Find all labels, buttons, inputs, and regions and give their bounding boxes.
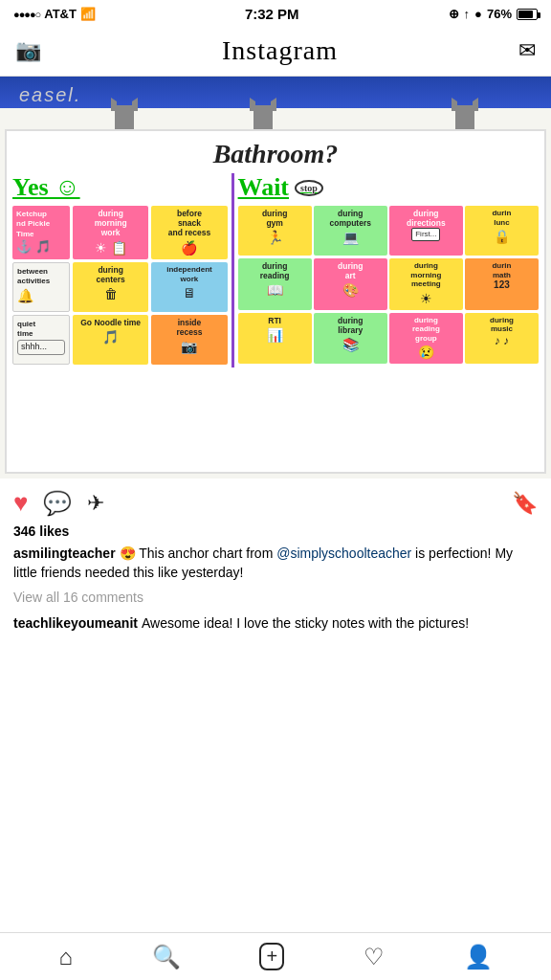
caption: asmilingteacher😍 This anchor chart from … [0,545,551,588]
post-image: easel. Bathroom? Yes ☺ Ketchupnd Pick [0,77,551,479]
sticky-gym: duringgym 🏃 [238,206,312,256]
battery-percent: 76% [487,7,512,21]
add-post-button[interactable]: + [259,943,284,970]
sticky-library: duringlibrary 📚 [314,313,387,365]
wait-header: Wait stop [238,173,539,202]
main-content: easel. Bathroom? Yes ☺ Ketchupnd Pick [0,77,551,699]
comment-username[interactable]: teachlikeyoumeanit [13,615,138,631]
sticky-independent-work: independentwork 🖥 [151,262,227,312]
two-columns: Yes ☺ Ketchupnd PickleTime ⚓ 🎵 duringmor… [12,173,539,368]
app-header: 📷 Instagram ✉ [0,28,551,77]
status-right: ⊕ ↑ ● 76% [449,7,538,21]
quiet-time: quiettime shhh... [12,315,70,365]
wait-column: Wait stop duringgym 🏃 duringcomputers [234,173,539,368]
ketchup-item: Ketchupnd PickleTime ⚓ 🎵 [12,206,70,259]
wifi-icon: 📶 [80,7,96,21]
mention-link[interactable]: @simplyschoolteacher [276,546,411,561]
sticky-rti: RTI 📊 [238,313,312,365]
carrier-label: AT&T [44,7,77,21]
sticky-morning-work: duringmorningwork ☀ 📋 [73,206,148,259]
comment-item: teachlikeyoumeanitAwesome idea! I love t… [0,612,551,641]
board-title: Bathroom? [12,139,539,169]
camera-icon[interactable]: 📷 [15,38,41,63]
sticky-before-snack: beforesnackand recess 🍎 [151,206,227,259]
sticky-inside-recess: insiderecess 📷 [151,315,227,365]
location-icon: ⊕ [449,7,459,21]
status-time: 7:32 PM [245,6,299,22]
app-title: Instagram [222,35,338,66]
bookmark-button[interactable]: 🔖 [512,491,538,516]
bottom-nav: ⌂ 🔍 + ♡ 👤 [0,932,551,980]
between-activities: betweenactivities 🔔 [12,262,70,312]
stop-badge: stop [295,180,323,196]
status-left: ●●●●○ AT&T 📶 [13,7,96,21]
sticky-music: duringmusic ♪ ♪ [465,313,539,365]
activity-nav-button[interactable]: ♡ [364,944,385,970]
sticky-math: durinmath 123 [465,258,539,310]
share-button[interactable]: ✈ [87,491,104,516]
upload-icon: ↑ [464,7,471,21]
sticky-lunch: durinlunc 🔒 [465,206,539,256]
easel-label: easel. [19,84,81,106]
search-nav-button[interactable]: 🔍 [152,944,181,970]
sticky-morning-meeting: duringmorningmeeting ☀ [389,258,463,310]
likes-count: 346 likes [0,523,551,545]
actions-bar: ♥ 💬 ✈ 🔖 [0,479,551,523]
like-button[interactable]: ♥ [13,488,28,518]
yes-column: Yes ☺ Ketchupnd PickleTime ⚓ 🎵 duringmor… [12,173,234,368]
notification-dot: ● [474,7,482,21]
direct-messages-icon[interactable]: ✉ [518,38,536,63]
yes-header: Yes ☺ [12,173,228,202]
sticky-reading-group: duringreadinggroup 😢 [389,313,463,365]
sticky-reading: duringreading 📖 [238,258,312,310]
caption-text: 😍 This anchor chart from [120,546,277,561]
comment-text: Awesome idea! I love the sticky notes wi… [142,615,469,631]
whiteboard: easel. Bathroom? Yes ☺ Ketchupnd Pick [0,77,551,479]
board-content: Bathroom? Yes ☺ Ketchupnd PickleTime ⚓ 🎵 [5,129,546,474]
battery-icon [517,9,538,20]
post-username[interactable]: asmilingteacher [13,546,116,561]
sticky-directions: duringdirections First... [389,206,463,256]
sticky-computers: duringcomputers 💻 [314,206,387,256]
profile-nav-button[interactable]: 👤 [464,944,493,970]
comment-button[interactable]: 💬 [43,490,72,517]
view-all-comments[interactable]: View all 16 comments [0,588,551,612]
sticky-go-noodle: Go Noodle time 🎵 [73,315,148,365]
signal-strength: ●●●●○ [13,9,40,20]
status-bar: ●●●●○ AT&T 📶 7:32 PM ⊕ ↑ ● 76% [0,0,551,28]
sticky-art: duringart 🎨 [314,258,387,310]
sticky-during-centers: duringcenters 🗑 [73,262,148,312]
home-nav-button[interactable]: ⌂ [58,944,73,970]
actions-left: ♥ 💬 ✈ [13,488,104,518]
